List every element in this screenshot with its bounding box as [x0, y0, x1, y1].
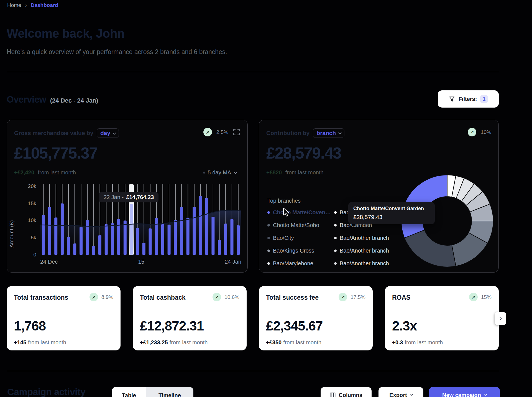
- ma-legend-dot: [203, 172, 205, 174]
- legend-item-branch[interactable]: Bao/Kings Cross: [267, 247, 332, 254]
- kpi-carousel-next-button[interactable]: [495, 312, 506, 325]
- kpi-delta: +145: [14, 339, 26, 345]
- kpi-card-total-success-fee: Total success fee ↗ 17.5% £2,345.67 +£35…: [259, 286, 373, 350]
- legend-item-branch[interactable]: Chotto Matte/Covent Garden: [267, 209, 332, 216]
- expand-icon[interactable]: [233, 128, 240, 136]
- branch-tooltip-title: Chotto Matte/Convent Garden: [353, 206, 430, 212]
- trend-up-icon: ↗: [339, 293, 347, 301]
- campaign-activity-title: Campaign activity: [7, 386, 85, 397]
- ma-dropdown[interactable]: 5 day MA: [203, 169, 236, 176]
- overview-header: Overview (24 Dec - 24 Jan): [7, 94, 98, 105]
- chevron-right-icon: [498, 317, 502, 320]
- kpi-title: Total transactions: [14, 294, 68, 301]
- y-tick: 5k: [20, 235, 36, 241]
- tooltip-value: £14,764.23: [126, 194, 154, 200]
- y-tick: 15k: [20, 200, 36, 207]
- kpi-value: £2,345.67: [266, 318, 323, 334]
- breadcrumb-home-link[interactable]: Home: [7, 2, 21, 8]
- kpi-delta: +0.3: [392, 339, 403, 345]
- legend-item-branch[interactable]: Bao/Marylebone: [267, 260, 332, 267]
- legend-dot: [267, 262, 270, 265]
- breadcrumb-separator: ›: [25, 2, 27, 8]
- legend-label: Bao/Another branch: [340, 235, 389, 241]
- gmv-delta-suffix: from last month: [38, 169, 76, 175]
- gmv-granularity-dropdown[interactable]: day: [97, 128, 119, 138]
- kpi-change-pct: 17.5%: [351, 294, 365, 300]
- branch-tooltip: Chotto Matte/Convent Garden £28,579.43: [348, 202, 435, 224]
- trend-up-icon: ↗: [468, 128, 476, 136]
- legend-dot: [267, 237, 270, 239]
- legend-item-branch[interactable]: Bao/Another branch: [334, 260, 399, 267]
- kpi-title: Total cashback: [140, 294, 185, 301]
- breadcrumb-current[interactable]: Dashboard: [31, 2, 58, 8]
- kpi-card-total-transactions: Total transactions ↗ 8.9% 1,768 +145from…: [7, 286, 121, 350]
- gmv-delta: +£2,420: [14, 169, 34, 175]
- breadcrumb: Home › Dashboard: [7, 2, 58, 8]
- top-branches-label: Top branches: [267, 198, 301, 204]
- contribution-granularity-dropdown[interactable]: branch: [313, 128, 344, 138]
- gmv-granularity-value: day: [100, 130, 110, 136]
- legend-item-branch[interactable]: Bao/Another branch: [334, 235, 399, 241]
- chevron-down-icon: [113, 131, 116, 134]
- columns-label: Columns: [339, 392, 362, 397]
- y-tick: 0: [20, 252, 36, 258]
- contribution-delta-suffix: from last month: [285, 169, 324, 175]
- contribution-card-title: Contribution by: [266, 130, 310, 136]
- x-tick: 15: [138, 259, 144, 265]
- trend-up-icon: ↗: [213, 293, 221, 301]
- branch-tooltip-value: £28,579.43: [353, 214, 430, 220]
- legend-dot: [267, 224, 270, 227]
- kpi-card-roas: ROAS ↗ 15% 2.3x +0.3from last month: [385, 286, 499, 350]
- chevron-down-icon: [338, 131, 342, 134]
- tab-table[interactable]: Table: [112, 387, 146, 397]
- gmv-card: Gross merchandise value by day ↗ 2.5% £1…: [7, 120, 248, 273]
- new-campaign-button[interactable]: New campaign: [429, 387, 500, 397]
- legend-label: Bao/Marylebone: [273, 260, 313, 267]
- legend-item-branch[interactable]: Chotto Matte/Soho: [267, 222, 332, 228]
- contribution-value: £28,579.43: [266, 144, 341, 162]
- overview-date-range: (24 Dec - 24 Jan): [50, 97, 98, 104]
- new-campaign-label: New campaign: [442, 392, 481, 397]
- filters-label: Filters:: [459, 96, 477, 102]
- kpi-value: £12,872.31: [140, 318, 204, 334]
- gmv-change-pct: 2.5%: [216, 129, 228, 135]
- divider: [7, 371, 499, 371]
- contribution-change-pct: 10%: [481, 129, 491, 135]
- kpi-delta-suffix: from last month: [283, 339, 321, 345]
- kpi-delta: +£1,233.25: [140, 339, 168, 345]
- tooltip-date: 22 Jan -: [104, 194, 124, 200]
- chevron-down-icon: [234, 170, 237, 174]
- y-axis-label: Amount (£): [9, 192, 15, 248]
- branch-legend-column-1: Chotto Matte/Covent Garden Chotto Matte/…: [267, 209, 332, 267]
- mouse-cursor: [282, 208, 291, 218]
- legend-label: Chotto Matte/Soho: [273, 222, 319, 228]
- ma-label: 5 day MA: [208, 169, 231, 176]
- kpi-title: ROAS: [392, 294, 410, 301]
- kpi-change-pct: 8.9%: [101, 294, 113, 300]
- chevron-down-icon: [410, 392, 413, 396]
- legend-label: Bao/Another branch: [340, 248, 389, 254]
- tab-timeline[interactable]: Timeline: [146, 387, 193, 397]
- divider: [7, 72, 499, 72]
- chevron-down-icon: [484, 392, 488, 396]
- legend-dot: [334, 262, 337, 265]
- kpi-change-pct: 15%: [481, 294, 492, 300]
- contribution-granularity-value: branch: [316, 130, 336, 136]
- y-tick: 10k: [20, 217, 36, 223]
- kpi-value: 1,768: [14, 318, 46, 334]
- legend-dot: [267, 250, 270, 252]
- legend-item-branch[interactable]: Bao/Another branch: [334, 247, 399, 254]
- x-tick: 24 Jan: [225, 259, 241, 265]
- legend-dot: [334, 237, 337, 239]
- trend-up-icon: ↗: [469, 293, 478, 301]
- filter-funnel-icon: [449, 96, 455, 102]
- kpi-card-total-cashback: Total cashback ↗ 10.6% £12,872.31 +£1,23…: [133, 286, 247, 350]
- export-button[interactable]: Export: [378, 387, 423, 397]
- legend-dot: [334, 224, 337, 227]
- legend-item-branch[interactable]: Bao/City: [267, 235, 332, 241]
- columns-button[interactable]: Columns: [321, 387, 372, 397]
- contribution-card: Contribution by branch ↗ 10% £28,579.43 …: [259, 120, 499, 273]
- filters-button[interactable]: Filters: 1: [438, 90, 499, 108]
- contribution-delta: +£820: [266, 169, 282, 175]
- page-title: Welcome back, John: [7, 27, 124, 40]
